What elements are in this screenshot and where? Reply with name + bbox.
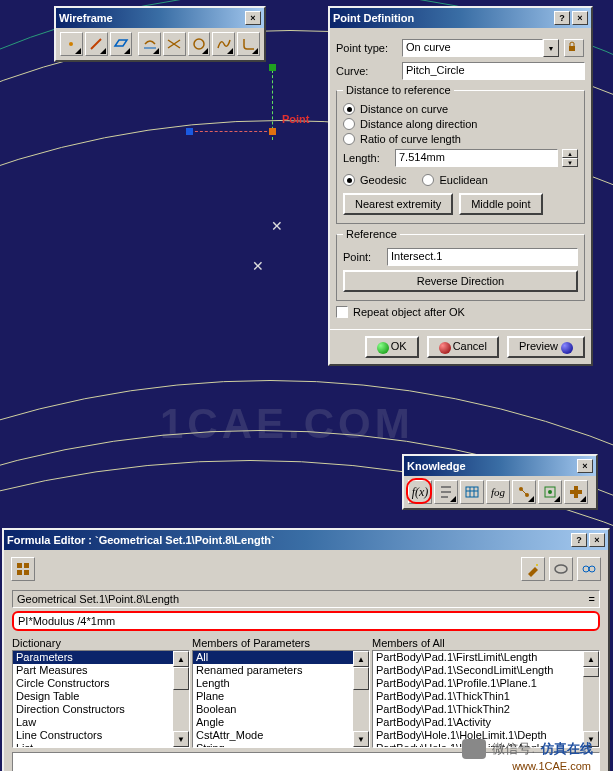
formula-input[interactable]: PI*Modulus /4*1mm bbox=[12, 611, 600, 631]
nearest-extremity-button[interactable]: Nearest extremity bbox=[343, 193, 453, 215]
list-item[interactable]: PartBody\Pad.1\ThickThin2 bbox=[373, 703, 599, 716]
reverse-direction-button[interactable]: Reverse Direction bbox=[343, 270, 578, 292]
list-item[interactable]: Circle Constructors bbox=[13, 677, 189, 690]
svg-point-13 bbox=[548, 490, 552, 494]
knowledge-titlebar[interactable]: Knowledge × bbox=[404, 456, 596, 476]
middle-point-button[interactable]: Middle point bbox=[459, 193, 542, 215]
members-all-list[interactable]: PartBody\Pad.1\FirstLimit\Length PartBod… bbox=[372, 650, 600, 748]
design-table-tool[interactable] bbox=[460, 480, 484, 504]
list-item[interactable]: PartBody\Pad.1\ThickThin1 bbox=[373, 690, 599, 703]
pointdef-titlebar[interactable]: Point Definition ? × bbox=[330, 8, 591, 28]
line-tool[interactable] bbox=[85, 32, 108, 56]
list-item[interactable]: PartBody\Pad.1\Activity bbox=[373, 716, 599, 729]
list-item[interactable]: Line Constructors bbox=[13, 729, 189, 742]
circle-tool[interactable] bbox=[188, 32, 211, 56]
list-item[interactable]: Angle bbox=[193, 716, 369, 729]
list-item[interactable]: Parameters bbox=[13, 651, 189, 664]
radio-on-curve[interactable]: Distance on curve bbox=[343, 103, 578, 115]
point-field[interactable]: Intersect.1 bbox=[387, 248, 578, 266]
spinner-down-icon[interactable]: ▼ bbox=[562, 158, 578, 167]
wireframe-titlebar[interactable]: Wireframe × bbox=[56, 8, 264, 28]
list-item[interactable]: Renamed parameters bbox=[193, 664, 369, 677]
repeat-checkbox[interactable]: Repeat object after OK bbox=[336, 306, 585, 318]
handle[interactable] bbox=[269, 64, 276, 71]
ok-icon bbox=[377, 342, 389, 354]
svg-rect-5 bbox=[466, 487, 478, 497]
incremental-tool[interactable] bbox=[11, 557, 35, 581]
plane-tool[interactable] bbox=[110, 32, 133, 56]
spinner-up-icon[interactable]: ▲ bbox=[562, 149, 578, 158]
formula-titlebar[interactable]: Formula Editor : `Geometrical Set.1\Poin… bbox=[4, 530, 608, 550]
scroll-thumb[interactable] bbox=[353, 667, 369, 690]
radio-geodesic[interactable]: Geodesic bbox=[343, 174, 406, 186]
close-icon[interactable]: × bbox=[577, 459, 593, 473]
close-icon[interactable]: × bbox=[245, 11, 261, 25]
title-text: Formula Editor : `Geometrical Set.1\Poin… bbox=[7, 534, 275, 546]
lock-icon[interactable] bbox=[564, 39, 584, 57]
rule-tool[interactable] bbox=[434, 480, 458, 504]
scrollbar[interactable]: ▲▼ bbox=[353, 651, 369, 747]
scroll-down-icon[interactable]: ▼ bbox=[173, 731, 189, 747]
length-field[interactable]: 7.514mm bbox=[395, 149, 558, 167]
radio-ratio[interactable]: Ratio of curve length bbox=[343, 133, 578, 145]
preview-button[interactable]: Preview bbox=[507, 336, 585, 358]
optimize-tool[interactable] bbox=[564, 480, 588, 504]
help-icon[interactable]: ? bbox=[571, 533, 587, 547]
radio-label: Geodesic bbox=[360, 174, 406, 186]
list-item[interactable]: String bbox=[193, 742, 369, 748]
scroll-up-icon[interactable]: ▲ bbox=[353, 651, 369, 667]
wizard-tool[interactable] bbox=[521, 557, 545, 581]
list-item[interactable]: PartBody\Pad.1\Profile.1\Plane.1 bbox=[373, 677, 599, 690]
list-item[interactable]: Law bbox=[13, 716, 189, 729]
list-item[interactable]: CstAttr_Mode bbox=[193, 729, 369, 742]
scroll-up-icon[interactable]: ▲ bbox=[173, 651, 189, 667]
corner-tool[interactable] bbox=[237, 32, 260, 56]
radio-along-direction[interactable]: Distance along direction bbox=[343, 118, 578, 130]
link-tool[interactable] bbox=[577, 557, 601, 581]
spline-tool[interactable] bbox=[212, 32, 235, 56]
scrollbar[interactable]: ▲▼ bbox=[173, 651, 189, 747]
list-item[interactable]: PartBody\Pad.1\FirstLimit\Length bbox=[373, 651, 599, 664]
ok-button[interactable]: OK bbox=[365, 336, 419, 358]
knowledge-tool[interactable] bbox=[512, 480, 536, 504]
scroll-down-icon[interactable]: ▼ bbox=[353, 731, 369, 747]
eraser-tool[interactable] bbox=[549, 557, 573, 581]
wechat-url: www.1CAE.com bbox=[512, 760, 591, 771]
length-spinner[interactable]: ▲▼ bbox=[562, 149, 578, 167]
dictionary-list[interactable]: Parameters Part Measures Circle Construc… bbox=[12, 650, 190, 748]
help-icon[interactable]: ? bbox=[554, 11, 570, 25]
close-icon[interactable]: × bbox=[589, 533, 605, 547]
wechat-icon bbox=[462, 739, 486, 759]
list-item[interactable]: List bbox=[13, 742, 189, 748]
list-item[interactable]: Design Table bbox=[13, 690, 189, 703]
scroll-thumb[interactable] bbox=[173, 667, 189, 690]
list-item[interactable]: Plane bbox=[193, 690, 369, 703]
chevron-down-icon[interactable]: ▼ bbox=[543, 39, 559, 57]
svg-point-20 bbox=[536, 564, 538, 566]
list-item[interactable]: Length bbox=[193, 677, 369, 690]
pointtype-select[interactable]: On curve bbox=[402, 39, 543, 57]
scroll-up-icon[interactable]: ▲ bbox=[583, 651, 599, 667]
curve-field[interactable]: Pitch_Circle bbox=[402, 62, 585, 80]
list-item[interactable]: Direction Constructors bbox=[13, 703, 189, 716]
law-tool[interactable]: fog bbox=[486, 480, 510, 504]
members-param-list[interactable]: All Renamed parameters Length Plane Bool… bbox=[192, 650, 370, 748]
handle[interactable] bbox=[186, 128, 193, 135]
list-item[interactable]: PartBody\Pad.1\SecondLimit\Length bbox=[373, 664, 599, 677]
radio-euclidean[interactable]: Euclidean bbox=[422, 174, 487, 186]
scrollbar[interactable]: ▲▼ bbox=[583, 651, 599, 747]
list-item[interactable]: Boolean bbox=[193, 703, 369, 716]
equals-sign: = bbox=[589, 593, 595, 605]
close-icon[interactable]: × bbox=[572, 11, 588, 25]
distance-legend: Distance to reference bbox=[343, 84, 454, 96]
scroll-thumb[interactable] bbox=[583, 667, 599, 677]
point-tool[interactable] bbox=[60, 32, 83, 56]
handle[interactable] bbox=[269, 128, 276, 135]
list-item[interactable]: All bbox=[193, 651, 369, 664]
project-tool[interactable] bbox=[138, 32, 161, 56]
formula-tool[interactable]: f(x) bbox=[408, 480, 432, 504]
knowledge-tool-2[interactable] bbox=[538, 480, 562, 504]
list-item[interactable]: Part Measures bbox=[13, 664, 189, 677]
intersect-tool[interactable] bbox=[163, 32, 186, 56]
cancel-button[interactable]: Cancel bbox=[427, 336, 499, 358]
